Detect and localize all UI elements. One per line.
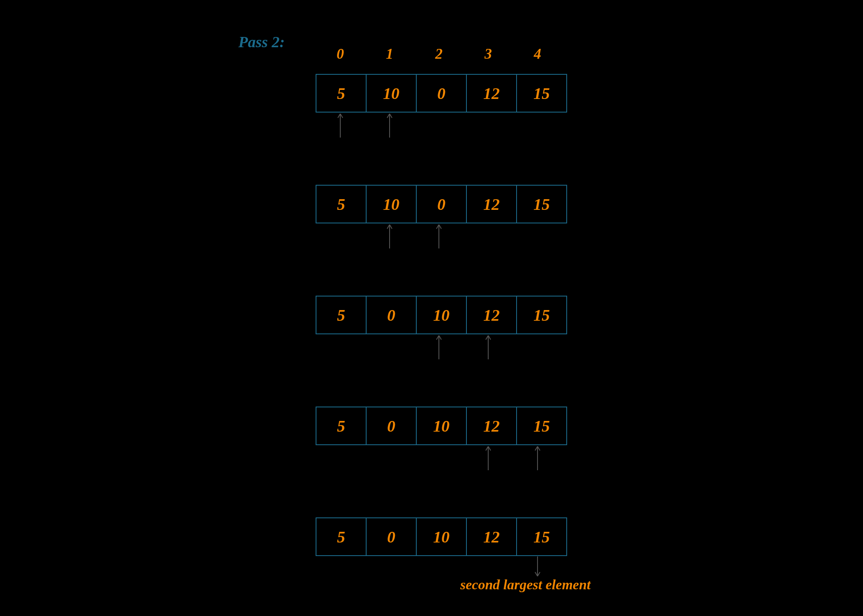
- index-2: 2: [414, 45, 464, 62]
- cell: 5: [316, 407, 367, 444]
- up-arrow-icon: [484, 446, 492, 470]
- cell: 10: [367, 186, 417, 223]
- arrow-row-1: [316, 113, 562, 138]
- up-arrow-icon: [385, 113, 394, 138]
- index-0: 0: [316, 45, 365, 62]
- cell: 12: [467, 518, 517, 555]
- pass-label: Pass 2:: [238, 33, 285, 51]
- array-row-1: 5 10 0 12 15: [316, 74, 567, 113]
- up-arrow-icon: [435, 335, 443, 359]
- cell: 12: [467, 407, 517, 444]
- diagram-stage: Pass 2: 0 1 2 3 4 5 10 0 12 15 5 10 0 12…: [0, 0, 863, 616]
- up-arrow-icon: [385, 224, 394, 248]
- cell: 10: [417, 297, 467, 333]
- up-arrow-icon: [533, 446, 542, 470]
- annotation-second-largest: second largest element: [460, 577, 591, 593]
- up-arrow-icon: [484, 335, 492, 359]
- cell: 10: [417, 518, 467, 555]
- cell: 12: [467, 186, 517, 223]
- cell: 0: [367, 297, 417, 333]
- cell: 0: [417, 186, 467, 223]
- up-arrow-icon: [336, 113, 344, 138]
- cell: 0: [417, 75, 467, 112]
- index-1: 1: [365, 45, 414, 62]
- array-row-4: 5 0 10 12 15: [316, 407, 567, 445]
- cell: 5: [316, 186, 367, 223]
- cell: 10: [417, 407, 467, 444]
- index-3: 3: [464, 45, 513, 62]
- index-4: 4: [513, 45, 562, 62]
- array-row-2: 5 10 0 12 15: [316, 185, 567, 223]
- arrow-row-2: [316, 224, 562, 248]
- cell: 15: [517, 518, 566, 555]
- cell: 5: [316, 297, 367, 333]
- cell: 5: [316, 75, 367, 112]
- down-arrow-icon: [533, 556, 542, 577]
- arrow-row-4: [316, 446, 562, 470]
- cell: 12: [467, 297, 517, 333]
- cell: 15: [517, 297, 566, 333]
- index-row: 0 1 2 3 4: [316, 45, 562, 62]
- up-arrow-icon: [435, 224, 443, 248]
- cell: 10: [367, 75, 417, 112]
- cell: 12: [467, 75, 517, 112]
- arrow-row-5: [316, 556, 562, 577]
- cell: 0: [367, 518, 417, 555]
- arrow-row-3: [316, 335, 562, 359]
- cell: 15: [517, 75, 566, 112]
- cell: 15: [517, 186, 566, 223]
- cell: 5: [316, 518, 367, 555]
- cell: 15: [517, 407, 566, 444]
- array-row-3: 5 0 10 12 15: [316, 296, 567, 334]
- array-row-5: 5 0 10 12 15: [316, 517, 567, 556]
- cell: 0: [367, 407, 417, 444]
